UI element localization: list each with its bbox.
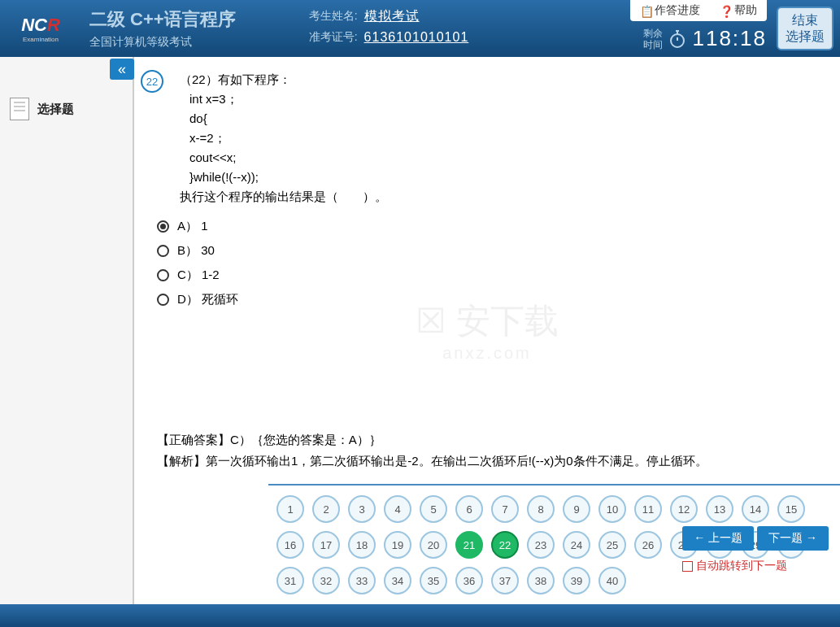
- radio-a[interactable]: [157, 220, 169, 233]
- nav-question-16[interactable]: 16: [276, 531, 304, 559]
- option-a[interactable]: A） 1: [157, 216, 820, 236]
- sidebar-item-choice[interactable]: 选择题: [0, 91, 133, 127]
- options: A） 1 B） 30 C） 1-2 D） 死循环: [157, 216, 820, 309]
- prev-question-button[interactable]: ← 上一题: [682, 526, 754, 551]
- radio-d[interactable]: [157, 294, 169, 306]
- timer: 剩余 时间 118:18: [643, 26, 767, 51]
- nav-question-17[interactable]: 17: [312, 531, 340, 559]
- timer-label: 剩余 时间: [643, 28, 663, 50]
- nav-question-23[interactable]: 23: [527, 531, 555, 559]
- nav-question-19[interactable]: 19: [384, 531, 411, 559]
- content-area: 22 （22）有如下程序： int x=3； do{ x-=2； cout<<x…: [134, 57, 840, 626]
- answer-block: 【正确答案】C）｛您选的答案是：A）｝ 【解析】第一次循环输出1，第二次循环输出…: [157, 429, 817, 472]
- radio-b[interactable]: [157, 245, 169, 257]
- nav-question-35[interactable]: 35: [420, 567, 447, 594]
- nav-question-34[interactable]: 34: [384, 567, 411, 594]
- progress-icon: 📋: [640, 5, 651, 16]
- nav-question-37[interactable]: 37: [491, 567, 519, 594]
- nav-question-3[interactable]: 3: [348, 495, 376, 523]
- option-d[interactable]: D） 死循环: [157, 290, 820, 309]
- nav-question-14[interactable]: 14: [742, 495, 769, 523]
- nav-question-21[interactable]: 21: [455, 531, 483, 559]
- question-nav-panel: 1234567891011121314151617181920212223242…: [268, 484, 840, 602]
- name-value: 模拟考试: [364, 8, 420, 25]
- nav-question-33[interactable]: 33: [348, 567, 376, 594]
- nav-question-2[interactable]: 2: [312, 495, 340, 523]
- nav-question-39[interactable]: 39: [563, 567, 590, 594]
- name-label: 考生姓名:: [309, 9, 358, 24]
- auto-next-row: 自动跳转到下一题: [682, 559, 829, 573]
- nav-question-5[interactable]: 5: [420, 495, 447, 523]
- auto-next-checkbox[interactable]: [682, 561, 693, 572]
- help-icon: ❓: [720, 5, 731, 16]
- auto-next-label: 自动跳转到下一题: [696, 559, 787, 573]
- correct-answer-line: 【正确答案】C）｛您选的答案是：A）｝: [157, 429, 817, 451]
- document-icon: [10, 98, 29, 120]
- sidebar-collapse-button[interactable]: «: [110, 59, 134, 80]
- app-header: NCR Examination 二级 C++语言程序 全国计算机等级考试 考生姓…: [0, 0, 840, 57]
- explanation-line: 【解析】第一次循环输出1，第二次循环输出是-2。在输出二次循环后!(--x)为0…: [157, 451, 817, 472]
- nav-question-4[interactable]: 4: [384, 495, 411, 523]
- timer-value: 118:18: [692, 26, 767, 51]
- nav-question-8[interactable]: 8: [527, 495, 555, 523]
- footer-border: [0, 604, 840, 627]
- candidate-info: 考生姓名: 模拟考试 准考证号: 6136101010101: [309, 8, 469, 50]
- question-prefix: （22）有如下程序：: [180, 70, 820, 89]
- nav-question-13[interactable]: 13: [706, 495, 733, 523]
- tab-help[interactable]: ❓ 帮助: [710, 0, 767, 21]
- radio-c[interactable]: [157, 269, 169, 281]
- nav-question-24[interactable]: 24: [563, 531, 590, 559]
- nav-question-10[interactable]: 10: [598, 495, 626, 523]
- question-number-badge: 22: [141, 70, 163, 93]
- nav-question-31[interactable]: 31: [276, 567, 304, 594]
- exam-title: 二级 C++语言程序: [89, 7, 236, 32]
- next-question-button[interactable]: 下一题 →: [757, 526, 829, 551]
- id-label: 准考证号:: [309, 30, 358, 45]
- nav-question-1[interactable]: 1: [276, 495, 304, 523]
- nav-question-36[interactable]: 36: [455, 567, 483, 594]
- option-c[interactable]: C） 1-2: [157, 265, 820, 285]
- nav-question-38[interactable]: 38: [527, 567, 555, 594]
- sidebar: « 选择题: [0, 57, 134, 626]
- title-area: 二级 C++语言程序 全国计算机等级考试: [89, 7, 236, 50]
- nav-question-18[interactable]: 18: [348, 531, 376, 559]
- nav-question-32[interactable]: 32: [312, 567, 340, 594]
- option-b[interactable]: B） 30: [157, 241, 820, 260]
- question-body: （22）有如下程序： int x=3； do{ x-=2； cout<<x; }…: [180, 70, 820, 314]
- nav-question-6[interactable]: 6: [455, 495, 483, 523]
- nav-question-15[interactable]: 15: [777, 495, 805, 523]
- question-area: 22 （22）有如下程序： int x=3； do{ x-=2； cout<<x…: [134, 57, 840, 480]
- question-stem: 执行这个程序的输出结果是（ ）。: [180, 187, 820, 207]
- exam-subtitle: 全国计算机等级考试: [89, 35, 236, 50]
- nav-question-40[interactable]: 40: [598, 567, 626, 594]
- end-exam-button[interactable]: 结束选择题: [777, 7, 833, 50]
- nav-question-12[interactable]: 12: [670, 495, 698, 523]
- tab-progress[interactable]: 📋 作答进度: [630, 0, 710, 21]
- nav-question-20[interactable]: 20: [420, 531, 447, 559]
- nav-question-26[interactable]: 26: [634, 531, 662, 559]
- id-value: 6136101010101: [364, 30, 469, 45]
- nav-question-22[interactable]: 22: [491, 531, 519, 559]
- nav-question-25[interactable]: 25: [598, 531, 626, 559]
- nav-question-11[interactable]: 11: [634, 495, 662, 523]
- nav-question-9[interactable]: 9: [563, 495, 590, 523]
- top-tabs: 📋 作答进度 ❓ 帮助: [630, 0, 767, 21]
- nav-question-7[interactable]: 7: [491, 495, 519, 523]
- sidebar-item-label: 选择题: [37, 102, 74, 117]
- chevron-left-icon: «: [118, 61, 126, 78]
- logo: NCR Examination: [0, 0, 81, 57]
- stopwatch-icon: [668, 29, 687, 49]
- nav-controls: ← 上一题 下一题 → 自动跳转到下一题: [682, 526, 829, 573]
